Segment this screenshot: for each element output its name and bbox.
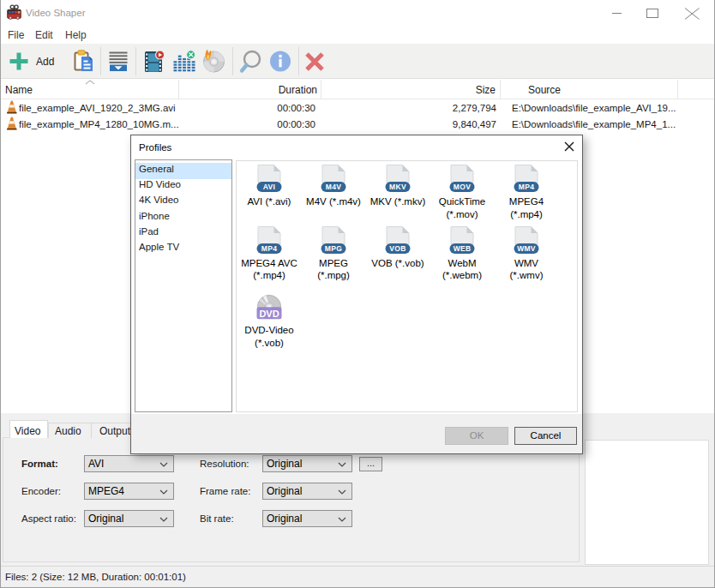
svg-text:DVD: DVD (259, 309, 279, 319)
svg-text:WMV: WMV (517, 243, 536, 252)
svg-text:MKV: MKV (389, 183, 406, 191)
svg-text:WEB: WEB (454, 243, 472, 252)
svg-text:AVI: AVI (263, 183, 275, 191)
svg-text:MOV: MOV (454, 183, 471, 191)
svg-text:M4V: M4V (326, 183, 341, 191)
svg-text:MP4: MP4 (519, 183, 534, 191)
svg-text:MPG: MPG (325, 243, 342, 252)
svg-text:VOB: VOB (389, 243, 406, 252)
svg-text:MP4: MP4 (261, 243, 277, 252)
